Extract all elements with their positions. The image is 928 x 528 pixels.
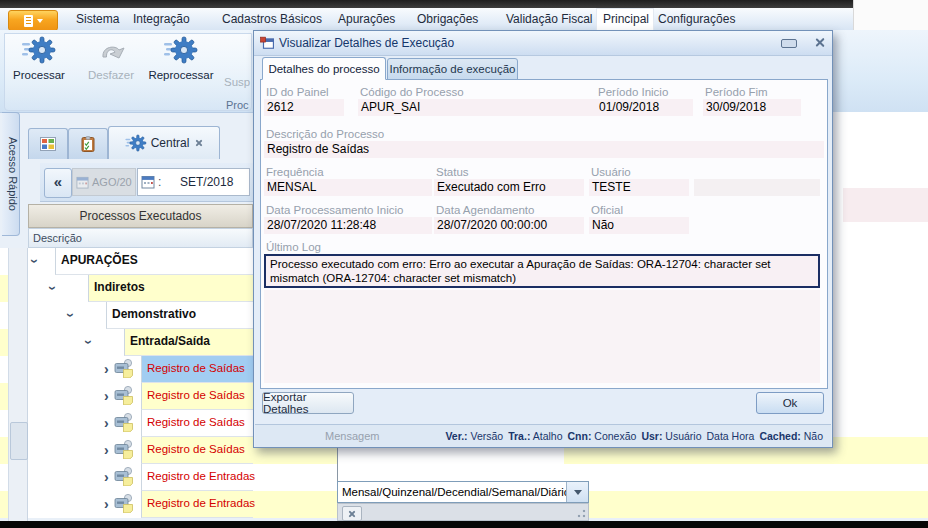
tree-row-registro-entradas[interactable]: › Registro de Entradas bbox=[28, 464, 253, 491]
field-label: Descrição do Processo bbox=[266, 128, 384, 140]
tree-row-registro-saidas-selected[interactable]: › Registro de Saídas bbox=[28, 356, 253, 383]
dropdown-arrow-button[interactable] bbox=[566, 482, 588, 502]
scrollbar-thumb[interactable] bbox=[10, 422, 28, 460]
expander-icon[interactable]: › bbox=[44, 286, 62, 291]
field-label: Data Agendamento bbox=[436, 204, 534, 216]
tree-row-registro-saidas[interactable]: › Registro de Saídas bbox=[28, 437, 253, 464]
execution-details-dialog: Visualizar Detalhes de Execução Detalhes… bbox=[253, 30, 833, 448]
tree-node-label: Registro de Entradas bbox=[142, 464, 253, 489]
menu-item-principal[interactable]: Principal bbox=[603, 12, 649, 26]
close-button[interactable] bbox=[814, 37, 825, 48]
reprocess-gear-icon bbox=[164, 34, 198, 66]
ribbon-group-label: Proc bbox=[226, 99, 249, 111]
menu-item-validacao-fiscal[interactable]: Validação Fiscal bbox=[506, 12, 592, 26]
tree-row-entrada-saida[interactable]: › Entrada/Saída bbox=[28, 329, 253, 356]
expander-icon[interactable]: › bbox=[104, 387, 109, 405]
field-usuario: TESTE bbox=[589, 179, 689, 196]
suspender-label-truncated[interactable]: Susp bbox=[224, 76, 250, 88]
app-menu-icon bbox=[24, 15, 33, 27]
period-previous-value: AGO/20 bbox=[92, 176, 132, 188]
process-item-icon bbox=[114, 358, 136, 378]
panel-title: Processos Executados bbox=[28, 204, 253, 228]
menu-item-apuracoes[interactable]: Apurações bbox=[338, 12, 395, 26]
right-pink-band bbox=[843, 188, 928, 222]
tree-scrollbar[interactable] bbox=[8, 248, 28, 521]
application-window: Sistema Integração Cadastros Básicos Apu… bbox=[0, 0, 928, 528]
reprocessar-label: Reprocessar bbox=[148, 69, 213, 81]
tree-row-registro-saidas[interactable]: › Registro de Saídas bbox=[28, 383, 253, 410]
last-log-label: Último Log bbox=[266, 241, 321, 253]
statusbar-segment: Cnn: Conexão bbox=[568, 430, 637, 442]
window-top-right-area bbox=[853, 0, 928, 30]
tree-row-registro-entradas[interactable]: › Registro de Entradas bbox=[28, 491, 253, 518]
app-menu-button[interactable] bbox=[8, 10, 58, 31]
expander-icon[interactable]: › bbox=[104, 414, 109, 432]
process-item-icon bbox=[114, 493, 136, 513]
last-log-textbox[interactable]: Processo executado com erro: Erro ao exe… bbox=[264, 254, 820, 288]
expander-icon[interactable]: › bbox=[104, 360, 109, 378]
field-oficial: Não bbox=[589, 217, 689, 234]
field-periodo-inicio: 01/09/2018 bbox=[596, 99, 693, 116]
quick-access-tab[interactable]: Acesso Rápido bbox=[2, 112, 20, 236]
tab-central[interactable]: Central bbox=[108, 126, 220, 159]
statusbar-segment: Tra.: Atalho bbox=[508, 430, 562, 442]
edge-stripe bbox=[0, 302, 8, 329]
ok-button[interactable]: Ok bbox=[756, 392, 824, 414]
tree-row-indiretos[interactable]: › Indiretos bbox=[28, 275, 253, 302]
tab-informacao-execucao[interactable]: Informação de execução bbox=[387, 58, 518, 80]
resize-grip[interactable] bbox=[575, 507, 586, 518]
frequency-dropdown[interactable]: Mensal/Quinzenal/Decendial/Semanal/Diári… bbox=[337, 481, 589, 503]
tab-checklist[interactable] bbox=[68, 128, 108, 159]
expander-icon[interactable]: › bbox=[26, 259, 44, 264]
period-previous-field[interactable]: AGO/20 bbox=[72, 168, 136, 196]
tab-close-icon[interactable] bbox=[195, 139, 203, 147]
expander-icon[interactable]: › bbox=[104, 441, 109, 459]
menu-item-sistema[interactable]: Sistema bbox=[76, 12, 119, 26]
statusbar-segment: Ver.: Versão bbox=[445, 430, 503, 442]
last-log-empty-area bbox=[264, 290, 820, 383]
reprocessar-button[interactable]: Reprocessar bbox=[146, 34, 216, 90]
tree-node-label: Registro de Saídas bbox=[142, 437, 253, 462]
tree-row-registro-saidas[interactable]: › Registro de Saídas bbox=[28, 410, 253, 437]
grid-icon bbox=[40, 137, 56, 151]
tree-row-apuracoes[interactable]: › APURAÇÕES bbox=[28, 248, 253, 275]
chevron-down-icon bbox=[37, 19, 43, 23]
desfazer-button[interactable]: Desfazer bbox=[80, 34, 142, 90]
field-label: Status bbox=[436, 166, 469, 178]
expander-icon[interactable]: › bbox=[104, 468, 109, 486]
tab-detalhes-processo[interactable]: Detalhes do processo bbox=[262, 57, 386, 80]
collapse-panel-button[interactable]: « bbox=[44, 168, 72, 198]
processar-button[interactable]: Processar bbox=[8, 34, 70, 90]
edge-stripe bbox=[0, 329, 8, 356]
calendar-icon bbox=[141, 175, 155, 189]
field-label: Oficial bbox=[591, 204, 623, 216]
expander-icon[interactable]: › bbox=[104, 495, 109, 513]
cell-editor-box[interactable] bbox=[337, 448, 564, 481]
tab-dashboard[interactable] bbox=[28, 128, 68, 159]
editor-close-button[interactable] bbox=[342, 506, 362, 521]
menu-item-cadastros-basicos[interactable]: Cadastros Básicos bbox=[222, 12, 322, 26]
dialog-titlebar[interactable]: Visualizar Detalhes de Execução bbox=[254, 31, 832, 56]
minimize-button[interactable] bbox=[781, 39, 797, 48]
tree-node-label: Registro de Saídas bbox=[142, 410, 253, 435]
column-header-descricao[interactable]: Descrição bbox=[28, 228, 253, 248]
expander-icon[interactable]: › bbox=[80, 340, 98, 345]
field-label: Período Inicio bbox=[598, 86, 668, 98]
menu-item-obrigacoes[interactable]: Obrigações bbox=[417, 12, 478, 26]
menu-item-configuracoes[interactable]: Configurações bbox=[658, 12, 735, 26]
statusbar-segment: Usr: Usuário bbox=[641, 430, 701, 442]
tree-row-demonstrativo[interactable]: › Demonstrativo bbox=[28, 302, 253, 329]
tree-node-label: APURAÇÕES bbox=[56, 248, 253, 273]
process-item-icon bbox=[114, 439, 136, 459]
menu-item-integracao[interactable]: Integração bbox=[133, 12, 190, 26]
tree-node-label: Registro de Saídas bbox=[142, 383, 253, 408]
expander-icon[interactable]: › bbox=[62, 313, 80, 318]
field-periodo-fim: 30/09/2018 bbox=[703, 99, 801, 116]
period-current-field[interactable]: : SET/2018 bbox=[137, 168, 250, 196]
close-icon bbox=[348, 510, 356, 518]
statusbar-segment: Cached: Não bbox=[759, 430, 823, 442]
form-icon bbox=[260, 36, 274, 50]
process-item-icon bbox=[114, 466, 136, 486]
processar-label: Processar bbox=[13, 69, 65, 81]
exportar-detalhes-button[interactable]: Exportar Detalhes bbox=[262, 392, 354, 414]
